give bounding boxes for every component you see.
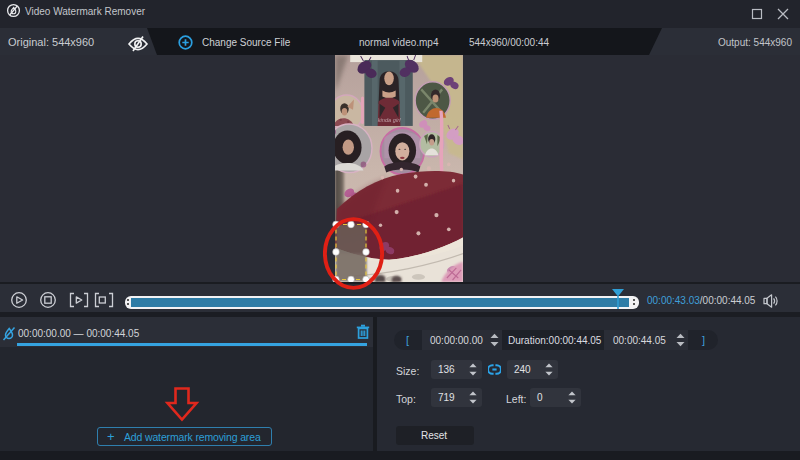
svg-text:kinda girl: kinda girl <box>378 117 401 123</box>
